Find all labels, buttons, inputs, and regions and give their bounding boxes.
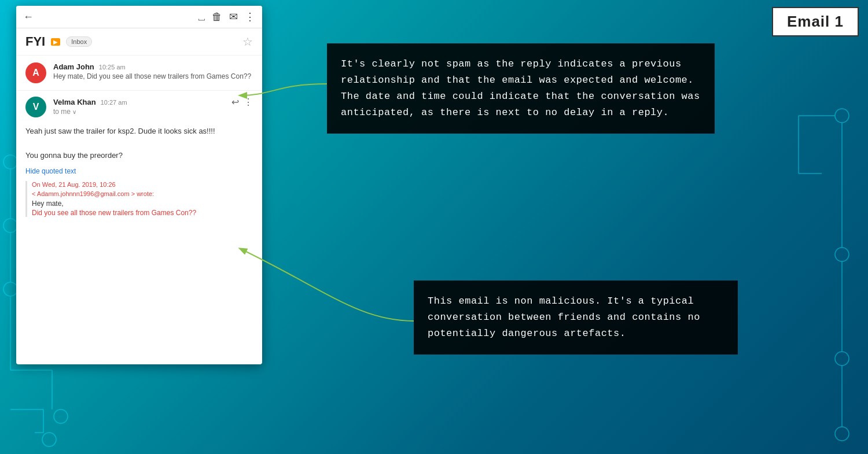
svg-point-3: [54, 409, 68, 423]
quoted-text-block: On Wed, 21 Aug. 2019, 10:26 < Adamm.john…: [25, 181, 253, 217]
velma-body-line1: Yeah just saw the trailer for ksp2. Dude…: [25, 126, 253, 138]
more-options-icon[interactable]: ⋮: [245, 10, 255, 23]
email-mockup: ← ⎵ 🗑 ✉ ⋮ FYI ▶ Inbox ☆ A Adam John 10:2…: [16, 6, 262, 364]
inbox-label[interactable]: Inbox: [66, 36, 92, 47]
email-toolbar: ← ⎵ 🗑 ✉ ⋮: [16, 6, 262, 28]
avatar-velma: V: [25, 97, 46, 117]
svg-point-0: [3, 155, 17, 169]
message-adam: A Adam John 10:25 am Hey mate, Did you s…: [16, 56, 262, 91]
quoted-salutation: Hey mate,: [32, 200, 253, 208]
svg-point-2: [3, 282, 17, 296]
annotation-box-2: This email is non malicious. It's a typi…: [414, 280, 738, 355]
message-velma-header: V Velma Khan 10:27 am ↩ ⋮ to me ∨: [16, 91, 262, 121]
quoted-header: On Wed, 21 Aug. 2019, 10:26: [32, 181, 253, 188]
quoted-email: < Adamm.johnnn1996@gmail.com > wrote:: [32, 190, 253, 197]
reply-icon[interactable]: ↩: [231, 97, 239, 108]
avatar-adam: A: [25, 62, 46, 83]
velma-sender-name: Velma Khan: [53, 98, 96, 106]
svg-point-14: [835, 248, 849, 261]
svg-point-4: [42, 433, 56, 446]
archive-icon[interactable]: ⎵: [198, 11, 205, 23]
hide-quoted-button[interactable]: Hide quoted text: [16, 165, 262, 179]
email-subject: FYI: [25, 34, 45, 49]
fire-label: ▶: [51, 38, 60, 46]
delete-icon[interactable]: 🗑: [212, 11, 222, 23]
svg-point-15: [835, 352, 849, 366]
adam-sender-name: Adam John: [53, 62, 94, 71]
adam-content: Adam John 10:25 am Hey mate, Did you see…: [53, 62, 253, 80]
adam-time: 10:25 am: [99, 64, 126, 71]
star-icon[interactable]: ☆: [242, 35, 253, 49]
velma-more-icon[interactable]: ⋮: [244, 97, 253, 108]
velma-time: 10:27 am: [101, 99, 127, 106]
mail-icon[interactable]: ✉: [229, 10, 238, 23]
svg-point-16: [835, 427, 849, 441]
to-me-label: to me ∨: [53, 108, 253, 116]
back-button[interactable]: ←: [23, 11, 34, 23]
annotation-box-1: It's clearly not spam as the reply indic…: [327, 43, 715, 134]
svg-point-13: [835, 109, 849, 123]
adam-preview: Hey mate, Did you see all those new trai…: [53, 72, 253, 80]
velma-body-line2: You gonna buy the preorder?: [25, 150, 253, 162]
velma-meta: Velma Khan 10:27 am ↩ ⋮ to me ∨: [53, 97, 253, 116]
velma-body: Yeah just saw the trailer for ksp2. Dude…: [16, 121, 262, 165]
subject-row: FYI ▶ Inbox ☆: [16, 28, 262, 56]
svg-point-1: [3, 219, 17, 232]
quoted-body: Did you see all those new trailers from …: [32, 209, 253, 217]
email-label: Email 1: [772, 7, 859, 36]
velma-actions: ↩ ⋮: [231, 97, 253, 108]
